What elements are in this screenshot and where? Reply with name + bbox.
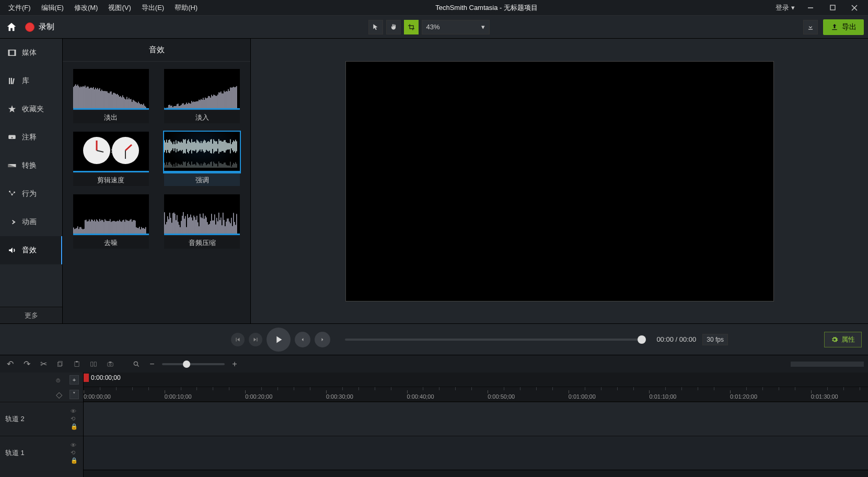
window-minimize-button[interactable]	[800, 1, 821, 15]
window-close-button[interactable]	[844, 1, 865, 15]
add-track-button[interactable]: +	[70, 375, 79, 385]
canvas-area	[251, 39, 868, 323]
link-icon[interactable]: ⟲	[71, 415, 78, 422]
svg-rect-56	[115, 94, 116, 108]
transition-icon	[7, 161, 17, 170]
svg-rect-205	[208, 141, 209, 152]
zoom-slider-knob[interactable]	[183, 360, 190, 368]
asset-compress[interactable]: 音频压缩	[161, 194, 244, 249]
lock-icon[interactable]: 🔒	[71, 457, 78, 464]
svg-rect-257	[189, 164, 190, 168]
sidebar-item-label: 注释	[22, 133, 37, 142]
timeline-zoom-slider[interactable]	[162, 363, 225, 365]
asset-fadeout[interactable]: 淡出	[70, 69, 152, 123]
next-marker-button[interactable]	[315, 332, 330, 347]
menu-file[interactable]: 文件(F)	[3, 1, 36, 15]
svg-rect-256	[188, 162, 189, 168]
pan-tool-button[interactable]	[386, 20, 401, 34]
sidebar-item-annotation[interactable]: a注释	[0, 123, 62, 152]
next-frame-button[interactable]	[249, 333, 262, 346]
svg-rect-129	[209, 96, 210, 108]
sidebar-item-transition[interactable]: 转换	[0, 152, 62, 180]
preview-canvas[interactable]	[345, 61, 774, 301]
svg-rect-320	[91, 219, 92, 234]
playhead-row[interactable]: 0:00:00;00	[84, 373, 868, 387]
sidebar-item-behavior[interactable]: 行为	[0, 180, 62, 208]
sidebar-item-animation[interactable]: 动画	[0, 208, 62, 236]
eye-icon[interactable]: 👁	[71, 442, 78, 448]
playhead[interactable]: 0:00:00;00	[84, 374, 121, 382]
undo-button[interactable]: ↶	[4, 358, 16, 370]
track-header-1[interactable]: 轨道 1👁⟲🔒	[0, 436, 83, 470]
window-maximize-button[interactable]	[822, 1, 843, 15]
screenshot-button[interactable]	[105, 358, 116, 370]
svg-rect-5	[8, 50, 9, 56]
svg-rect-377	[168, 219, 169, 234]
svg-rect-315	[86, 220, 87, 234]
eye-icon[interactable]: 👁	[71, 408, 78, 414]
svg-rect-299	[233, 163, 234, 168]
canvas-zoom-select[interactable]: 43% ▾	[422, 20, 490, 34]
login-button[interactable]: 登录 ▾	[770, 3, 800, 13]
svg-rect-131	[211, 95, 212, 108]
sidebar-item-audiofx[interactable]: 音效	[0, 236, 62, 264]
sidebar-item-favorite[interactable]: 收藏夹	[0, 95, 62, 123]
export-button[interactable]: 导出	[823, 19, 864, 35]
play-button[interactable]	[267, 328, 291, 352]
svg-rect-258	[190, 165, 191, 168]
menu-help[interactable]: 帮助(H)	[169, 1, 203, 15]
svg-rect-50	[109, 93, 110, 108]
magnet-icon[interactable]: ⌾	[56, 376, 66, 384]
split-button[interactable]	[88, 358, 99, 370]
svg-rect-22	[79, 87, 80, 108]
marker-icon[interactable]: ◇	[56, 390, 66, 400]
menu-modify[interactable]: 修改(M)	[69, 1, 103, 15]
svg-rect-423	[216, 218, 217, 234]
copy-button[interactable]	[54, 358, 66, 370]
menu-export[interactable]: 导出(E)	[136, 1, 169, 15]
svg-rect-345	[117, 221, 118, 234]
svg-rect-177	[179, 142, 180, 150]
asset-label: 音频压缩	[164, 236, 240, 249]
prev-frame-button[interactable]	[231, 333, 245, 346]
svg-rect-98	[177, 104, 178, 108]
asset-emphasis[interactable]: 强调	[161, 132, 244, 186]
svg-rect-351	[123, 220, 124, 234]
home-button[interactable]	[4, 20, 19, 34]
menu-view[interactable]: 视图(V)	[103, 1, 136, 15]
menu-edit[interactable]: 编辑(E)	[36, 1, 69, 15]
svg-rect-215	[218, 139, 219, 154]
properties-button[interactable]: 属性	[824, 332, 862, 347]
lock-icon[interactable]: 🔒	[71, 423, 78, 430]
paste-button[interactable]	[71, 358, 83, 370]
progress-knob[interactable]	[638, 335, 646, 344]
collapse-tracks-button[interactable]: ˅	[70, 390, 79, 399]
svg-rect-403	[195, 220, 196, 234]
sidebar-item-library[interactable]: 库	[0, 67, 62, 95]
timeline-ruler[interactable]: 0:00:00;000:00:10;000:00:20;000:00:30;00…	[84, 387, 868, 402]
svg-rect-94	[172, 107, 173, 108]
zoom-out-button[interactable]: −	[146, 358, 158, 370]
zoom-in-button[interactable]: +	[229, 358, 240, 370]
playback-progress[interactable]	[345, 339, 642, 341]
svg-rect-355	[128, 220, 129, 234]
sidebar-item-media[interactable]: 媒体	[0, 39, 62, 67]
asset-denoise[interactable]: 去噪	[70, 194, 152, 249]
link-icon[interactable]: ⟲	[71, 449, 78, 456]
track-header-2[interactable]: 轨道 2👁⟲🔒	[0, 402, 83, 436]
svg-rect-224	[228, 143, 229, 150]
prev-marker-button[interactable]	[295, 332, 310, 347]
download-button[interactable]	[803, 20, 818, 34]
redo-button[interactable]: ↷	[21, 358, 32, 370]
timeline-hscroll[interactable]	[84, 470, 868, 477]
sidebar-more[interactable]: 更多	[0, 307, 62, 323]
pointer-tool-button[interactable]	[368, 20, 383, 34]
svg-rect-412	[205, 216, 206, 234]
asset-fadein[interactable]: 淡入	[161, 69, 244, 123]
crop-tool-button[interactable]	[404, 20, 419, 34]
track-lane-2[interactable]	[84, 402, 868, 436]
asset-clipspeed[interactable]: ›剪辑速度	[70, 132, 152, 186]
record-button[interactable]: 录制	[25, 22, 54, 32]
cut-button[interactable]: ✂	[38, 358, 49, 370]
track-lane-1[interactable]	[84, 436, 868, 470]
